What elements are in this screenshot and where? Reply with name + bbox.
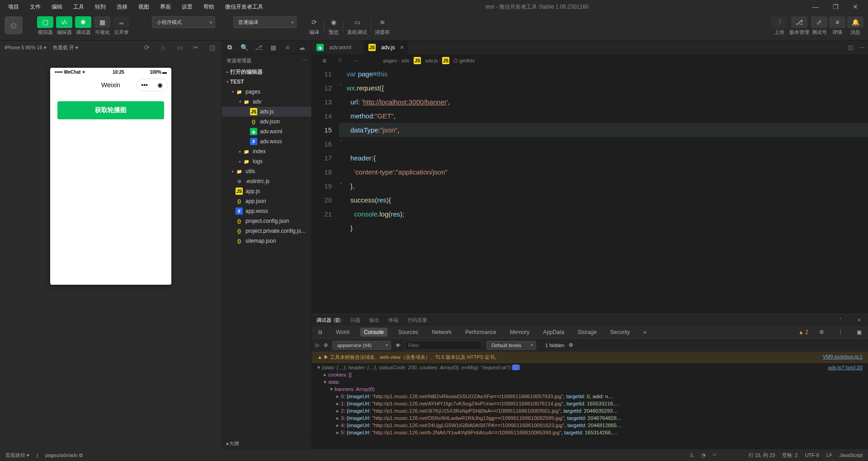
console-output[interactable]: adv.js? [sm]:20 ▾{data: {…}, header: {…}… (312, 363, 868, 449)
close-tab-icon[interactable]: ✕ (400, 44, 404, 51)
devtab-AppData[interactable]: AppData (540, 329, 567, 335)
section-open-editors[interactable]: ▸打开的编辑器 (222, 67, 311, 77)
devtab-Storage[interactable]: Storage (575, 329, 599, 335)
menu-界面[interactable]: 界面 (156, 1, 175, 13)
mode-云开发[interactable]: ☁ (113, 16, 129, 28)
context-dropdown[interactable]: appservice (#4) (332, 341, 391, 350)
inspect-icon[interactable]: ⧉ (316, 329, 325, 335)
panel-close-icon[interactable]: ✕ (854, 317, 863, 323)
menu-视图[interactable]: 视图 (134, 1, 154, 13)
tree-adv.json[interactable]: {}adv.json (222, 117, 311, 127)
minimize-button[interactable]: ― (807, 3, 825, 10)
panel-调试器[interactable]: 调试器2 (316, 317, 341, 324)
levels-dropdown[interactable]: Default levels (486, 341, 536, 350)
menu-icon[interactable]: ⋮ (835, 329, 846, 335)
get-banner-button[interactable]: 获取轮播图 (57, 101, 164, 119)
device-icon[interactable]: ▭ (175, 44, 184, 51)
cloud-icon[interactable]: ☁ (297, 44, 307, 51)
menu-编辑[interactable]: 编辑 (47, 1, 67, 13)
code-editor[interactable]: 1112131415161718192021 ⌄ ⌄ ⌄ var page=th… (312, 67, 868, 314)
home-icon[interactable]: ⌂ (158, 44, 168, 51)
tree-index[interactable]: ▸📁index (222, 146, 311, 156)
refresh-icon[interactable]: ⟳ (142, 44, 152, 51)
gear-icon[interactable]: ⚙ (816, 329, 827, 335)
mode-dropdown[interactable]: 小程序模式 (152, 16, 215, 28)
right-上传[interactable]: ⤴ (771, 16, 788, 28)
action-预览[interactable]: ◉ (328, 16, 340, 28)
fold-icon[interactable]: ⌄ (339, 180, 343, 185)
language-info[interactable]: JavaScript (840, 452, 863, 458)
files-icon[interactable]: ⧉ (225, 43, 235, 51)
panel-终端[interactable]: 终端 (388, 317, 398, 324)
mode-调试器[interactable]: ✱ (75, 16, 91, 28)
db-icon[interactable]: ≡ (283, 44, 292, 51)
tree-logs[interactable]: ▸📁logs (222, 156, 311, 166)
tree-app.wxss[interactable]: #app.wxss (222, 206, 311, 216)
warning-row[interactable]: ▲ ▶ 工具未校验合法域名、web-view（业务域名）、TLS 版本以及 HT… (312, 352, 868, 363)
devtab-Console[interactable]: Console (360, 328, 387, 337)
menu-转到[interactable]: 转到 (90, 1, 110, 13)
maximize-button[interactable]: ❐ (826, 3, 844, 10)
git-icon[interactable]: ⎇ (254, 44, 264, 51)
warn-icon[interactable]: ⚠ (689, 452, 694, 458)
right-消息[interactable]: 🔔 (847, 16, 863, 28)
right-详情[interactable]: ≡ (829, 16, 845, 28)
breadcrumb-path[interactable]: pages › adv › JS adv.js › JS ⬡ getAdv (383, 57, 475, 64)
bookmark-icon[interactable]: ⚐ (335, 58, 346, 64)
page-path[interactable]: pages/adv/adv ⧉ (45, 452, 83, 458)
devtab-Network[interactable]: Network (429, 329, 454, 335)
search-icon[interactable]: 🔍 (239, 44, 249, 51)
outline-section[interactable]: ▸ 大纲 (222, 437, 311, 449)
tree-pages[interactable]: ▾📁pages (222, 87, 311, 97)
editor-more-icon[interactable]: ⋯ (856, 44, 868, 51)
mode-编辑器[interactable]: ‹/› (56, 16, 72, 28)
devtools-more[interactable]: » (641, 329, 649, 335)
panel-代码质量[interactable]: 代码质量 (407, 317, 427, 324)
devtab-Wxml[interactable]: Wxml (333, 329, 352, 335)
cursor-position[interactable]: 行 15, 列 23 (749, 452, 775, 459)
tree-adv.js[interactable]: JSadv.js (222, 107, 311, 117)
indent-info[interactable]: 空格: 2 (782, 452, 797, 459)
devtab-Sources[interactable]: Sources (396, 329, 421, 335)
explorer-more-icon[interactable]: ⋯ (302, 58, 307, 64)
panel-up-icon[interactable]: ˄ (836, 317, 845, 323)
warning-source-link[interactable]: VM9 asdebug.js:1 (823, 354, 863, 361)
cut-icon[interactable]: ✂ (191, 44, 201, 51)
menu-设置[interactable]: 设置 (177, 1, 197, 13)
section-project[interactable]: ▾TEST (222, 77, 311, 87)
hidden-count[interactable]: 1 hidden (545, 343, 564, 348)
play-icon[interactable]: ▷ (316, 342, 319, 348)
action-真机调试[interactable]: ▭ (351, 16, 363, 28)
tree-.eslintrc.js[interactable]: ⚙.eslintrc.js (222, 176, 311, 186)
hot-reload-toggle[interactable]: 热重载 开 ▾ (53, 44, 78, 51)
sep-icon[interactable]: ◫ (207, 44, 217, 51)
tree-project.private.config.js...[interactable]: {}project.private.config.js... (222, 226, 311, 236)
menu-项目[interactable]: 项目 (4, 1, 24, 13)
dock-icon[interactable]: ▣ (854, 329, 864, 335)
eol-info[interactable]: LF (826, 452, 832, 458)
capsule-button[interactable]: •••◉ (136, 79, 168, 91)
encoding-info[interactable]: UTF-8 (805, 452, 819, 458)
compile-dropdown[interactable]: 普通编译 (233, 16, 297, 28)
tree-utils[interactable]: ▸📁utils (222, 166, 311, 176)
tree-sitemap.json[interactable]: {}sitemap.json (222, 236, 311, 246)
tree-adv.wxss[interactable]: #adv.wxss (222, 136, 311, 146)
panel-输出[interactable]: 输出 (369, 317, 379, 324)
signal-icon[interactable]: ◔ (701, 452, 706, 458)
source-link[interactable]: adv.js? [sm]:20 (828, 364, 863, 371)
extensions-icon[interactable]: ▦ (268, 44, 278, 51)
right-测试号[interactable]: ⬀ (811, 16, 827, 28)
forward-icon[interactable]: → (367, 58, 379, 63)
right-版本管理[interactable]: ⎇ (791, 16, 807, 28)
user-avatar[interactable]: ☺ (5, 16, 23, 34)
devtab-Memory[interactable]: Memory (507, 329, 532, 335)
tab-adv.js[interactable]: JSadv.js✕ (364, 41, 407, 54)
warning-count[interactable]: ▲ 2 (798, 329, 808, 335)
mode-模拟器[interactable]: ▢ (37, 16, 53, 28)
mode-可视化[interactable]: ▦ (94, 16, 110, 28)
tree-project.config.json[interactable]: {}project.config.json (222, 216, 311, 226)
menu-选择[interactable]: 选择 (112, 1, 132, 13)
fold-icon[interactable]: ⌄ (339, 81, 343, 86)
close-button[interactable]: ✕ (846, 3, 864, 10)
eye-icon[interactable]: 👁 (396, 343, 401, 348)
